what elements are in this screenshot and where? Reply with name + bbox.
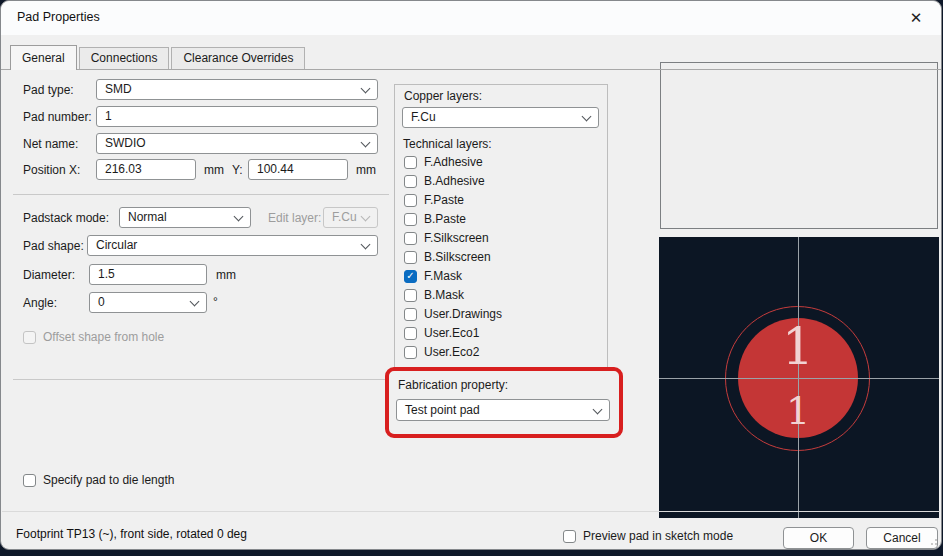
layer-checkbox-f-paste[interactable]: ✓ F.Paste [404,192,464,208]
layer-checkbox-f-mask[interactable]: ✓ F.Mask [404,268,462,284]
pad-preview-canvas: 1 1 [659,237,939,518]
cancel-button[interactable]: Cancel [866,527,938,549]
close-icon[interactable]: ✕ [901,6,931,30]
net-name-label: Net name: [23,134,78,155]
tab-general[interactable]: General [10,45,77,70]
edit-layer-label: Edit layer: [268,208,321,229]
screen: Pad Properties ✕ General Connections Cle… [0,0,943,556]
copper-layers-label: Copper layers: [404,86,482,107]
pad-net-text: 1 [786,392,810,430]
position-y-label: Y: [232,160,243,181]
checkbox[interactable]: ✓ [404,175,417,188]
chevron-down-icon [234,212,244,222]
layer-checkbox-b-mask[interactable]: ✓ B.Mask [404,287,464,303]
angle-label: Angle: [23,293,57,314]
checkbox[interactable]: ✓ [404,156,417,169]
layer-checkbox-user-eco1[interactable]: ✓ User.Eco1 [404,325,479,341]
position-x-label: Position X: [23,160,80,181]
padstack-mode-select[interactable]: Normal [119,207,251,228]
diameter-unit: mm [216,265,236,286]
position-x-input[interactable]: 216.03 [96,159,196,180]
technical-layers-label: Technical layers: [403,134,492,155]
pad-number-label: Pad number: [23,107,92,128]
position-y-input[interactable]: 100.44 [248,159,348,180]
position-x-unit: mm [204,160,224,181]
diameter-input[interactable]: 1.5 [89,264,207,285]
tab-clearance-overrides[interactable]: Clearance Overrides [171,47,305,69]
pad-type-label: Pad type: [23,80,74,101]
padstack-mode-label: Padstack mode: [23,208,109,229]
pad-number-text: 1 [782,322,814,372]
chevron-down-icon [361,84,371,94]
chevron-down-icon [190,297,200,307]
footer-divider [2,511,940,512]
fabrication-property-label: Fabrication property: [398,375,508,396]
checkbox[interactable]: ✓ [404,346,417,359]
net-name-select[interactable]: SWDIO [96,133,378,154]
tab-divider [1,69,941,70]
pad-shape-label: Pad shape: [23,236,84,257]
pad-properties-dialog: Pad Properties ✕ General Connections Cle… [0,0,942,550]
chevron-down-icon [361,212,371,222]
section-divider [13,194,389,195]
checkbox: ✓ [23,331,36,344]
chevron-down-icon [593,405,603,415]
layer-checkbox-user-drawings[interactable]: ✓ User.Drawings [404,306,502,322]
checkbox[interactable]: ✓ [404,213,417,226]
ok-button[interactable]: OK [783,527,854,549]
tab-connections[interactable]: Connections [79,47,170,69]
crosshair-vertical [798,237,799,518]
window-title: Pad Properties [17,10,100,24]
pad-to-die-length-checkbox[interactable]: ✓ Specify pad to die length [23,472,174,488]
layer-checkbox-b-paste[interactable]: ✓ B.Paste [404,211,466,227]
chevron-down-icon [361,240,371,250]
section-divider [13,379,389,380]
diameter-label: Diameter: [23,265,75,286]
checkbox[interactable]: ✓ [404,194,417,207]
edit-layer-select: F.Cu [323,207,378,228]
chevron-down-icon [361,138,371,148]
angle-unit: ° [213,292,218,313]
pad-shape-select[interactable]: Circular [87,235,378,256]
tab-bar: General Connections Clearance Overrides [10,45,305,69]
fabrication-property-select[interactable]: Test point pad [396,399,610,421]
pad-number-input[interactable]: 1 [96,106,378,127]
footprint-status-text: Footprint TP13 (~), front side, rotated … [16,527,247,541]
chevron-down-icon [582,112,592,122]
titlebar: Pad Properties ✕ [1,1,941,35]
pad-type-select[interactable]: SMD [96,79,378,100]
checkbox[interactable]: ✓ [404,270,417,283]
checkbox[interactable]: ✓ [404,327,417,340]
layer-checkbox-f-adhesive[interactable]: ✓ F.Adhesive [404,154,483,170]
checkbox[interactable]: ✓ [404,232,417,245]
sketch-mode-checkbox[interactable]: ✓ Preview pad in sketch mode [563,528,733,544]
crosshair-horizontal [659,378,939,379]
check-icon: ✓ [406,271,414,281]
checkbox[interactable]: ✓ [563,530,576,543]
offset-shape-checkbox: ✓ Offset shape from hole [23,329,164,345]
layer-checkbox-user-eco2[interactable]: ✓ User.Eco2 [404,344,479,360]
checkbox[interactable]: ✓ [404,308,417,321]
layer-checkbox-f-silkscreen[interactable]: ✓ F.Silkscreen [404,230,489,246]
checkbox[interactable]: ✓ [404,251,417,264]
resize-grip[interactable] [929,537,937,545]
checkbox[interactable]: ✓ [23,474,36,487]
preview-panel-empty [660,62,938,229]
checkbox[interactable]: ✓ [404,289,417,302]
position-y-unit: mm [356,160,376,181]
copper-layers-select[interactable]: F.Cu [402,107,599,128]
angle-select[interactable]: 0 [89,292,207,313]
layer-checkbox-b-adhesive[interactable]: ✓ B.Adhesive [404,173,485,189]
layer-checkbox-b-silkscreen[interactable]: ✓ B.Silkscreen [404,249,491,265]
